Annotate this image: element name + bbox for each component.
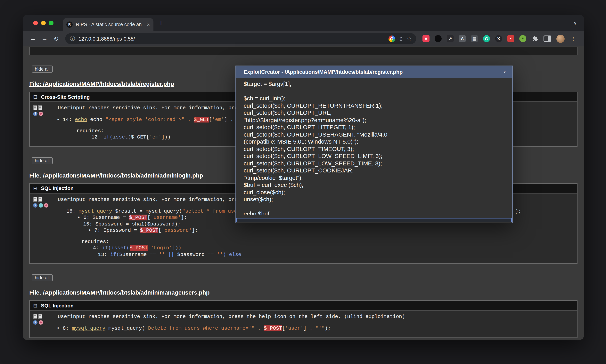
record-icon[interactable] [435,35,442,42]
copy-icon[interactable] [38,105,42,110]
code-link[interactable]: echo [75,117,87,122]
url-text: 127.0.0.1:8888/rips-0.55/ [79,36,385,41]
forward-icon[interactable]: → [39,35,50,42]
zoom-window-button[interactable] [49,21,54,25]
vuln-title: SQL Injection [41,302,74,308]
view-code-icon[interactable] [33,197,37,202]
code-line: requires: [81,239,573,245]
code-text: 'Login' [151,245,172,251]
vuln-icons: ? [33,197,50,209]
google-icon[interactable]: G [388,35,395,42]
tab-strip: R RIPS - A static source code an × + ∨ [23,15,584,31]
collapse-icon[interactable]: ⊟ [33,302,38,308]
icon-row [33,105,50,110]
exploit-icon[interactable] [44,203,48,207]
vuln-title: SQL Injection [41,185,74,191]
address-bar[interactable]: ⓘ 127.0.0.1:8888/rips-0.55/ G ↥ ☆ [65,33,416,44]
help-icon[interactable]: ? [33,112,38,116]
code-text: ) else [223,251,241,257]
code-text: [ [158,227,162,233]
x-icon[interactable]: X [495,35,502,42]
vuln-panel: ⊟SQL Injection?Userinput reaches sensiti… [29,300,578,338]
notes-icon[interactable]: ▤ [471,35,478,42]
code-link[interactable]: mysql_query [79,208,112,214]
hide-all-button[interactable]: hide all [32,157,53,164]
code-text: . [255,325,264,331]
copy-icon[interactable] [38,197,42,202]
view-code-icon[interactable] [33,314,37,319]
file-heading: File: /Applications/MAMP/htdocs/btslab/a… [29,289,584,296]
exploit-code-line: $buf = curl_exec ($ch); [244,182,507,189]
sidebar-icon[interactable] [543,36,551,42]
code-text: '' [217,251,223,257]
code-text: 'user' [285,325,303,331]
reload-icon[interactable]: ↻ [50,35,62,42]
exploit-code-line [244,88,507,95]
exploit-icon[interactable] [39,112,43,116]
new-tab-button[interactable]: + [159,19,163,27]
site-info-icon[interactable]: ⓘ [70,35,75,42]
vuln-panel-header: ⊟SQL Injection [30,301,577,311]
avatar[interactable] [556,35,565,43]
share-icon[interactable]: ↥ [398,36,403,42]
exploit-code-line: $ch = curl_init(); [244,95,507,102]
code-text: mysql_query( [106,325,145,331]
tab-close-icon[interactable]: × [147,21,150,28]
code-text: 15: $password = sha1($password); [83,221,181,227]
bookmark-star-icon[interactable]: ☆ [407,36,412,42]
code-text: . [185,117,194,122]
back-icon[interactable]: ← [27,35,39,42]
desktop-background: R RIPS - A static source code an × + ∨ ←… [0,0,606,364]
browser-tab[interactable]: R RIPS - A static source code an × [63,18,153,31]
tainted-variable: $_POST [129,215,148,221]
dialog-scrollbar[interactable] [236,218,512,222]
grammarly-icon[interactable]: G [483,35,490,42]
translate-icon[interactable]: A [459,35,466,42]
code-text: "'" [315,325,325,331]
adblock-icon[interactable]: * [519,35,526,42]
exploit-code-line: curl_setopt($ch, CURLOPT_RETURNTRANSFER,… [244,102,507,109]
code-text: [ [209,117,212,122]
code-text: if( [110,251,119,257]
hide-all-button[interactable]: hide all [32,65,53,73]
vuln-title: Cross-Site Scripting [41,94,90,100]
code-text: ]; [192,227,198,233]
copy-icon[interactable] [38,314,42,319]
code-link[interactable]: mysql_query [72,325,106,331]
share-ext-icon[interactable]: ↗ [447,35,454,42]
code-text: 'password' [162,227,192,233]
pocket-icon[interactable]: ∨ [422,35,430,42]
exploit-icon[interactable] [39,320,43,325]
exploit-creator-dialog: ExploitCreator - /Applications/MAMP/htdo… [235,65,513,223]
droplet-icon[interactable] [39,203,43,207]
code-text: ])) [162,134,171,140]
code-text: 16: [66,208,79,214]
dialog-titlebar[interactable]: ExploitCreator - /Applications/MAMP/htdo… [236,66,512,78]
code-line: 4: if(isset($_POST['Login'])) [93,245,573,251]
code-text: 'em' [149,134,162,140]
extensions-puzzle-icon[interactable] [531,35,539,42]
minimize-window-button[interactable] [41,21,46,25]
code-text: • 6: $username = [77,215,129,221]
collapse-icon[interactable]: ⊟ [33,94,38,100]
code-text: ); [325,325,331,331]
vuln-icons: ? [33,314,50,326]
collapse-icon[interactable]: ⊟ [33,185,38,191]
code-text: $username [119,251,150,257]
close-window-button[interactable] [33,21,38,25]
menu-kebab-icon[interactable]: ⋮ [570,35,577,42]
password-manager-icon[interactable]: • [507,35,514,42]
code-text: • 7: $password = [88,227,140,233]
tab-list-chevron-icon[interactable]: ∨ [574,21,577,26]
dialog-close-button[interactable]: x [501,68,508,75]
exploit-code-line: curl_setopt($ch, CURLOPT_LOW_SPEED_TIME,… [244,160,507,167]
help-icon[interactable]: ? [33,203,38,207]
exploit-code-line: (compatible; MSIE 5.01; Windows NT 5.0)"… [244,138,507,145]
code-text: $password [177,251,208,257]
code-text: ] . [224,117,236,122]
view-code-icon[interactable] [33,105,37,110]
code-text: 4: [93,245,102,251]
help-icon[interactable]: ? [33,320,38,325]
hide-all-button[interactable]: hide all [32,274,53,281]
code-text: "Delete from users where username='" [145,325,255,331]
